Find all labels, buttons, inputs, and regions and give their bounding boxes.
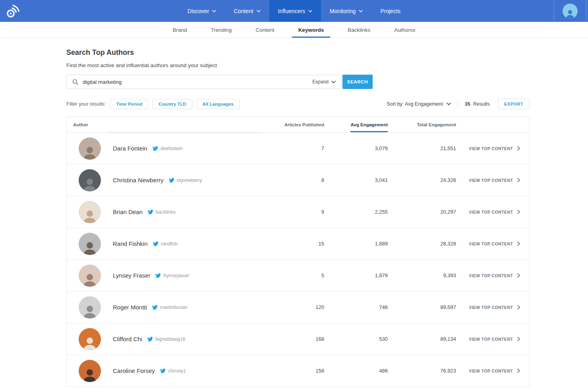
subnav-tab[interactable]: Brand — [161, 22, 199, 38]
filter-button[interactable]: Time Period — [110, 99, 148, 109]
author-avatar[interactable] — [79, 360, 101, 382]
divider — [458, 100, 458, 108]
author-avatar[interactable] — [79, 265, 101, 287]
nav-item-label: Content — [234, 8, 253, 14]
export-button[interactable]: EXPORT — [498, 98, 530, 109]
sort-dropdown[interactable]: Sort by: Avg Engagement — [387, 101, 451, 107]
author-avatar[interactable] — [79, 328, 101, 350]
chevron-right-icon — [517, 178, 520, 182]
table-row: Clifford Chi bigreddawg16 168 530 89,134… — [67, 323, 529, 355]
chevron-right-icon — [517, 241, 520, 246]
subnav-tab[interactable]: Authorsx — [382, 22, 427, 38]
person-icon — [81, 240, 98, 255]
nav-item[interactable]: Content — [225, 0, 269, 22]
table-row: Caroline Forsey cforsey1 158 486 76,923 … — [67, 355, 529, 387]
table-body: Dara Fontein deefontein 7 3,079 21,551 V… — [67, 133, 529, 387]
brand-logo-icon — [5, 3, 20, 19]
nav-item[interactable]: Influencers — [269, 0, 321, 22]
search-button[interactable]: SEARCH — [342, 75, 373, 89]
view-top-content-link[interactable]: VIEW TOP CONTENT — [456, 305, 529, 310]
chevron-down-icon — [447, 102, 451, 105]
table-row: Lynsey Fraser frynseylaser 5 1,879 9,393… — [67, 260, 529, 292]
twitter-icon — [147, 337, 153, 342]
twitter-handle-link[interactable]: cforsey1 — [160, 368, 186, 374]
twitter-icon — [155, 273, 161, 278]
subnav-tab-label: Authorsx — [394, 27, 415, 33]
view-top-content-link[interactable]: VIEW TOP CONTENT — [456, 210, 529, 214]
articles-published-value: 7 — [257, 145, 324, 151]
twitter-handle: deefontein — [161, 146, 183, 151]
avg-engagement-value: 3,079 — [324, 145, 388, 151]
column-header-articles-published[interactable]: Articles Published — [257, 122, 324, 127]
twitter-handle-link[interactable]: backlinko — [148, 209, 176, 215]
author-cell: Christina Newberry ckjnewberry — [67, 169, 257, 191]
avg-engagement-value: 1,889 — [324, 241, 388, 247]
main-content: Search Top Authors Find the most active … — [66, 38, 530, 387]
column-header-avg-engagement[interactable]: Avg Engagement — [324, 122, 388, 127]
column-header-author[interactable]: Author — [67, 122, 257, 127]
articles-published-value: 5 — [257, 272, 324, 278]
avg-engagement-value: 746 — [324, 304, 388, 310]
view-top-content-link[interactable]: VIEW TOP CONTENT — [456, 273, 529, 278]
author-name: Roger Montti — [113, 304, 147, 311]
twitter-handle-link[interactable]: martinibuster — [152, 305, 188, 310]
table-header-row: Author Articles Published Avg Engagement… — [67, 117, 529, 133]
twitter-handle-link[interactable]: bigreddawg16 — [147, 336, 185, 342]
person-icon — [565, 8, 576, 19]
horizontal-scrollbar[interactable] — [108, 132, 263, 133]
author-cell: Clifford Chi bigreddawg16 — [67, 328, 257, 350]
author-avatar[interactable] — [79, 169, 101, 191]
column-header-total-engagement[interactable]: Total Engagement — [388, 122, 456, 127]
view-top-content-link[interactable]: VIEW TOP CONTENT — [456, 337, 529, 342]
author-cell: Brian Dean backlinko — [67, 201, 257, 223]
twitter-handle: frynseylaser — [163, 273, 189, 278]
chevron-right-icon — [517, 146, 520, 151]
author-avatar[interactable] — [79, 233, 101, 255]
chevron-down-icon — [331, 81, 336, 83]
user-avatar[interactable] — [563, 4, 578, 19]
twitter-handle-link[interactable]: ckjnewberry — [169, 178, 202, 183]
twitter-handle-link[interactable]: deefontein — [153, 146, 183, 151]
nav-item[interactable]: Projects — [371, 0, 409, 22]
author-name: Lynsey Fraser — [113, 272, 150, 279]
expand-toggle[interactable]: Expand — [312, 79, 336, 85]
search-box: Expand — [66, 75, 342, 89]
filter-button[interactable]: All Languages — [197, 99, 240, 109]
filter-button[interactable]: Country TLD — [153, 99, 192, 109]
total-engagement-value: 28,328 — [388, 241, 456, 247]
chevron-down-icon — [212, 10, 216, 12]
subnav-tab[interactable]: Trending — [199, 22, 244, 38]
chevron-right-icon — [517, 305, 520, 309]
app-logo[interactable] — [0, 0, 20, 22]
chevron-down-icon — [257, 10, 261, 12]
table-row: Christina Newberry ckjnewberry 8 3,041 2… — [67, 164, 529, 196]
twitter-handle-link[interactable]: frynseylaser — [155, 273, 189, 278]
subnav-tab[interactable]: Keywords — [286, 22, 336, 38]
articles-published-value: 9 — [257, 209, 324, 215]
nav-item[interactable]: Monitoring — [321, 0, 371, 22]
twitter-handle-link[interactable]: randfish — [153, 241, 178, 247]
subnav-tab[interactable]: Content — [244, 22, 286, 38]
sort-label: Sort by: Avg Engagement — [387, 101, 443, 107]
view-top-content-link[interactable]: VIEW TOP CONTENT — [456, 178, 529, 183]
page-subtitle: Find the most active and influential aut… — [66, 62, 530, 68]
chevron-right-icon — [517, 273, 520, 278]
author-avatar[interactable] — [79, 137, 101, 160]
author-name: Clifford Chi — [113, 336, 142, 342]
twitter-handle: randfish — [161, 241, 178, 247]
chevron-down-icon — [359, 10, 363, 12]
authors-table: Author Articles Published Avg Engagement… — [66, 116, 530, 387]
twitter-handle: martinibuster — [160, 305, 188, 310]
twitter-icon — [152, 305, 158, 310]
subnav-tab[interactable]: Backlinks — [336, 22, 382, 38]
view-top-content-link[interactable]: VIEW TOP CONTENT — [456, 146, 529, 151]
total-engagement-value: 21,551 — [388, 145, 456, 151]
author-avatar[interactable] — [79, 296, 101, 319]
avg-engagement-value: 2,255 — [324, 209, 388, 215]
subnav-tab-label: Brand — [173, 27, 187, 33]
search-input[interactable] — [83, 79, 312, 85]
author-avatar[interactable] — [79, 201, 101, 223]
view-top-content-link[interactable]: VIEW TOP CONTENT — [456, 241, 529, 246]
view-top-content-link[interactable]: VIEW TOP CONTENT — [456, 369, 529, 373]
nav-item[interactable]: Discover — [179, 0, 225, 22]
